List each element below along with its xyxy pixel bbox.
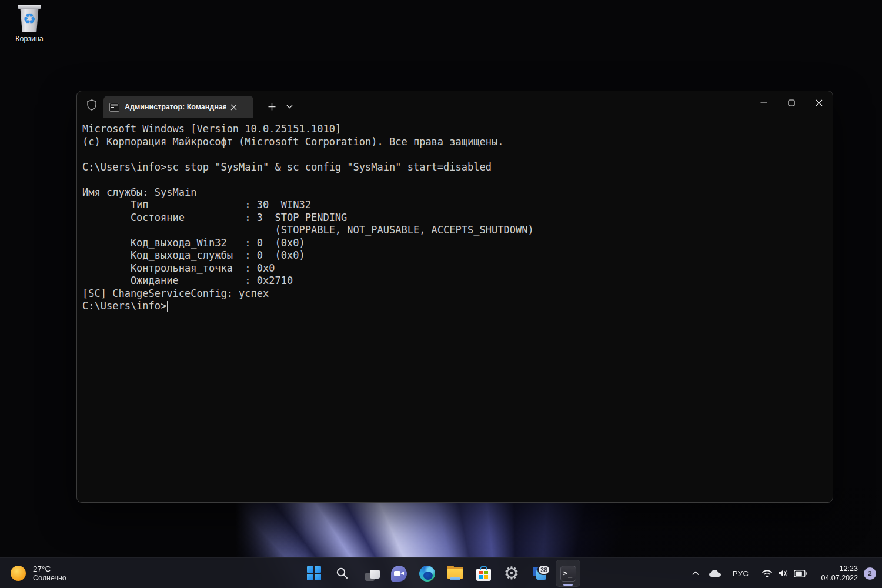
taskbar-center-icons: ⚙ 38 >_ (302, 558, 580, 588)
cmd-icon (109, 103, 119, 112)
messages-count-badge: 38 (537, 564, 550, 575)
volume-icon (778, 569, 789, 578)
edge-icon (419, 566, 435, 582)
sun-icon (11, 566, 26, 581)
system-tray: РУС 12:23 (687, 558, 882, 588)
notification-count-badge[interactable]: 2 (864, 567, 876, 580)
messages-app-icon: 38 (532, 565, 548, 582)
new-tab-button[interactable] (263, 98, 280, 115)
task-view-icon (360, 564, 380, 582)
tray-date: 04.07.2022 (821, 573, 858, 583)
battery-icon (794, 570, 807, 577)
terminal-window: Администратор: Командная с (76, 91, 833, 503)
messages-app-button[interactable]: 38 (527, 560, 552, 587)
tab-close-icon[interactable] (226, 99, 241, 115)
onedrive-cloud-icon[interactable] (704, 562, 726, 584)
window-controls (750, 91, 833, 118)
recycle-bin[interactable]: ♻ Корзина (5, 4, 54, 43)
folder-icon (447, 567, 463, 580)
terminal-icon: >_ (560, 566, 576, 582)
terminal-content[interactable]: Microsoft Windows [Version 10.0.25151.10… (77, 118, 833, 313)
terminal-tab[interactable]: Администратор: Командная с (103, 96, 253, 118)
language-indicator[interactable]: РУС (726, 562, 756, 584)
tray-time: 12:23 (821, 564, 858, 573)
chat-button[interactable] (386, 560, 411, 587)
close-button[interactable] (805, 91, 833, 115)
text-cursor (167, 301, 168, 312)
search-icon (335, 566, 349, 580)
tab-title: Администратор: Командная с (125, 103, 226, 111)
tab-dropdown-chevron-icon[interactable] (280, 98, 298, 115)
hidden-icons-chevron-icon[interactable] (687, 562, 704, 584)
weather-widget[interactable]: 27°C Солнечно (0, 558, 76, 588)
start-button[interactable] (302, 560, 326, 587)
windows-logo-icon (306, 566, 322, 581)
terminal-output: Microsoft Windows [Version 10.0.25151.10… (82, 123, 833, 300)
terminal-titlebar[interactable]: Администратор: Командная с (77, 91, 833, 118)
wifi-icon (761, 569, 773, 578)
task-view-button[interactable] (358, 560, 383, 587)
taskbar: 27°C Солнечно (0, 557, 882, 588)
recycle-bin-lid (18, 5, 41, 9)
file-explorer-button[interactable] (443, 560, 467, 587)
search-button[interactable] (330, 560, 355, 587)
recycle-bin-icon: ♻ (16, 4, 42, 33)
minimize-button[interactable] (750, 91, 777, 115)
recycle-symbol-icon: ♻ (16, 9, 42, 29)
weather-text: 27°C Солнечно (33, 564, 66, 582)
microsoft-store-icon (476, 569, 491, 581)
gear-icon: ⚙ (504, 564, 520, 582)
chat-camera-icon (391, 566, 407, 582)
clock-widget[interactable]: 12:23 04.07.2022 (821, 564, 858, 583)
weather-condition: Солнечно (33, 574, 66, 582)
recycle-bin-label: Корзина (5, 35, 54, 43)
terminal-taskbar-button[interactable]: >_ (556, 560, 580, 587)
maximize-button[interactable] (777, 91, 805, 115)
terminal-prompt-line: C:\Users\info> (82, 300, 833, 313)
active-app-indicator (563, 584, 573, 586)
settings-button[interactable]: ⚙ (499, 560, 524, 587)
terminal-prompt: C:\Users\info> (82, 300, 166, 313)
admin-shield-icon (86, 98, 98, 111)
desktop: ♻ Корзина Администратор: Командная с (0, 0, 882, 588)
quick-settings-button[interactable] (756, 562, 813, 584)
weather-temperature: 27°C (33, 564, 66, 573)
store-button[interactable] (471, 560, 496, 587)
edge-button[interactable] (415, 560, 439, 587)
